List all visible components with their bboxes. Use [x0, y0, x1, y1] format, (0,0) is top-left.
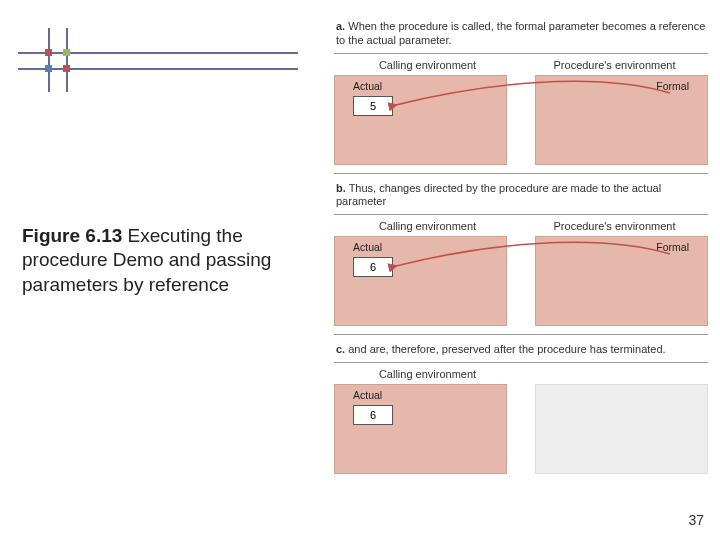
panel-a-lead: a.	[336, 20, 345, 32]
actual-label: Actual	[353, 80, 382, 92]
decor-square-icon	[45, 65, 52, 72]
env-labels: Calling environment .	[334, 368, 708, 380]
panel-a-text: When the procedure is called, the formal…	[336, 20, 705, 46]
procedure-env-label: Procedure's environment	[521, 59, 708, 71]
calling-env-label: Calling environment	[334, 368, 521, 380]
panel-c-description: c. and are, therefore, preserved after t…	[334, 341, 708, 359]
panel-a-boxes: Actual 5 Formal	[334, 75, 708, 163]
panel-b: b. Thus, changes directed by the procedu…	[334, 180, 708, 325]
panel-c-text: and are, therefore, preserved after the …	[345, 343, 665, 355]
decor-square-icon	[63, 65, 70, 72]
decor-square-icon	[45, 49, 52, 56]
actual-value-cell: 5	[353, 96, 393, 116]
procedure-env-box: Formal	[535, 236, 708, 326]
page-number: 37	[688, 512, 704, 528]
panel-c-lead: c.	[336, 343, 345, 355]
formal-label: Formal	[656, 241, 689, 253]
panel-b-text: Thus, changes directed by the procedure …	[336, 182, 661, 208]
actual-label: Actual	[353, 241, 382, 253]
divider	[334, 53, 708, 54]
env-labels: Calling environment Procedure's environm…	[334, 59, 708, 71]
slide: Figure 6.13 Executing the procedure Demo…	[0, 0, 720, 540]
actual-value-cell: 6	[353, 257, 393, 277]
calling-env-label: Calling environment	[334, 220, 521, 232]
panel-a: a. When the procedure is called, the for…	[334, 18, 708, 163]
procedure-env-box-terminated	[535, 384, 708, 474]
corner-decoration	[18, 28, 298, 98]
figure-number: Figure 6.13	[22, 225, 122, 246]
diagram-column: a. When the procedure is called, the for…	[334, 18, 708, 472]
actual-value-cell: 6	[353, 405, 393, 425]
calling-env-label: Calling environment	[334, 59, 521, 71]
divider	[334, 334, 708, 335]
divider	[334, 173, 708, 174]
calling-env-box: Actual 6	[334, 384, 507, 474]
panel-b-description: b. Thus, changes directed by the procedu…	[334, 180, 708, 212]
panel-c: c. and are, therefore, preserved after t…	[334, 341, 708, 472]
env-labels: Calling environment Procedure's environm…	[334, 220, 708, 232]
procedure-env-label: Procedure's environment	[521, 220, 708, 232]
panel-c-boxes: Actual 6	[334, 384, 708, 472]
panel-b-boxes: Actual 6 Formal	[334, 236, 708, 324]
divider	[334, 214, 708, 215]
divider	[334, 362, 708, 363]
procedure-env-box: Formal	[535, 75, 708, 165]
actual-label: Actual	[353, 389, 382, 401]
calling-env-box: Actual 6	[334, 236, 507, 326]
formal-label: Formal	[656, 80, 689, 92]
calling-env-box: Actual 5	[334, 75, 507, 165]
decor-square-icon	[63, 49, 70, 56]
figure-caption: Figure 6.13 Executing the procedure Demo…	[22, 224, 290, 297]
panel-b-lead: b.	[336, 182, 346, 194]
panel-a-description: a. When the procedure is called, the for…	[334, 18, 708, 50]
